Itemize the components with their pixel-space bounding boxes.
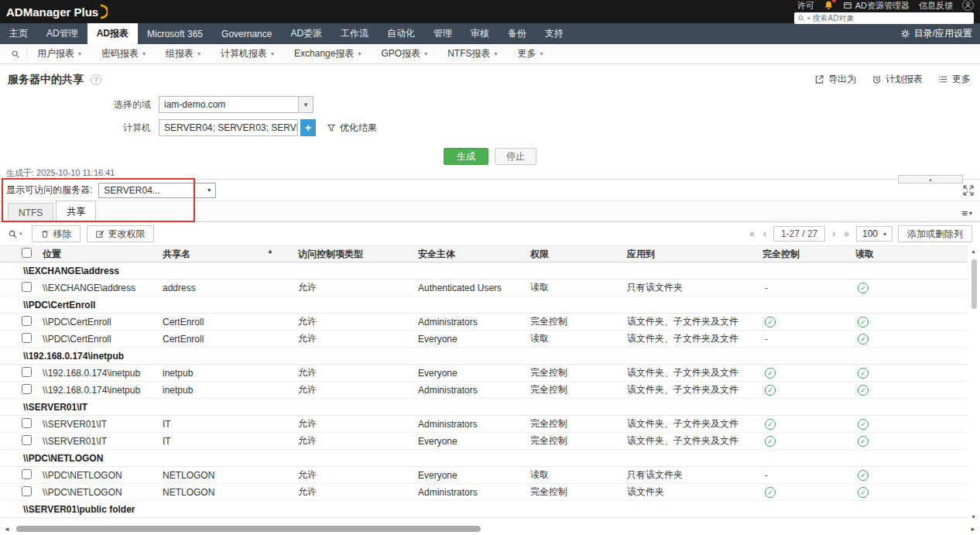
column-header-3[interactable]: 安全主体 (414, 246, 526, 262)
remove-button[interactable]: 移除 (32, 225, 81, 242)
export-button[interactable]: 导出为 (814, 73, 856, 86)
vertical-scrollbar[interactable]: ▲ ▼ (969, 245, 979, 523)
nav-tab-5[interactable]: AD委派 (281, 23, 331, 44)
page-size-select[interactable]: 100 ▾ (856, 226, 893, 242)
nav-tab-11[interactable]: 支持 (536, 23, 573, 44)
list-icon (938, 74, 948, 84)
scroll-left-icon[interactable]: ◄ (4, 526, 10, 533)
reports-menu-item-4[interactable]: Exchange报表▾ (284, 47, 371, 60)
stop-button[interactable]: 停止 (495, 148, 536, 165)
cell-read: ✓ (852, 467, 968, 484)
reports-menu-label: NTFS报表 (447, 47, 490, 60)
reports-menu-item-1[interactable]: 密码报表▾ (91, 47, 156, 60)
pagination-next-button[interactable]: › (831, 228, 837, 239)
feedback-link[interactable]: 信息反馈 (919, 1, 953, 10)
nav-tab-8[interactable]: 管理 (424, 23, 461, 44)
nav-tab-10[interactable]: 备份 (499, 23, 536, 44)
column-header-6[interactable]: 完全控制 (759, 246, 852, 262)
column-header-5[interactable]: 应用到 (623, 246, 759, 262)
horizontal-scroll-track[interactable] (13, 526, 967, 532)
computers-input[interactable]: SERVER04; SERVER03; SERVE... (159, 119, 298, 136)
view-options-button[interactable]: ≡ ▾ (961, 209, 972, 218)
nav-tab-9[interactable]: 审核 (461, 23, 499, 44)
row-checkbox[interactable] (22, 316, 32, 326)
table-search-button[interactable]: ▾ (8, 229, 26, 239)
row-checkbox[interactable] (22, 333, 32, 343)
view-tab-1[interactable]: 共享 (56, 201, 96, 222)
nav-tab-6[interactable]: 工作流 (331, 23, 378, 44)
reports-menu-item-0[interactable]: 用户报表▾ (27, 47, 91, 60)
granted-check-icon: ✓ (858, 334, 869, 345)
reports-menu-item-6[interactable]: NTFS报表▾ (437, 47, 507, 60)
fullscreen-toggle-button[interactable] (963, 185, 974, 196)
license-link[interactable]: 许可 (797, 1, 814, 10)
panel-collapse-handle[interactable]: ······ ▲ ······ (898, 175, 963, 183)
cell-location: \\EXCHANGE\address (39, 280, 159, 297)
select-all-checkbox[interactable] (22, 248, 32, 258)
column-label: 位置 (43, 249, 61, 259)
ad-explorer-link[interactable]: AD资源管理器 (843, 1, 910, 10)
app-logo[interactable]: ADManager Plus (6, 4, 108, 19)
user-avatar[interactable] (962, 0, 974, 11)
cell-read: ✓ (852, 314, 968, 331)
column-header-0[interactable]: 位置 (39, 246, 159, 262)
reports-search-button[interactable] (5, 48, 27, 60)
more-actions-button[interactable]: 更多 (938, 73, 971, 86)
pagination-first-button[interactable]: « (748, 228, 756, 239)
domain-select[interactable]: iam-demo.com ▾ (159, 96, 314, 113)
row-checkbox[interactable] (22, 486, 32, 496)
nav-tab-2[interactable]: AD报表 (87, 23, 138, 44)
row-checkbox[interactable] (22, 367, 32, 377)
chevron-down-icon: ▾ (271, 50, 274, 57)
refine-results-button[interactable]: 优化结果 (327, 122, 377, 135)
scroll-down-icon[interactable]: ▼ (971, 514, 976, 520)
server-select[interactable]: SERVER04... ▾ (98, 183, 216, 198)
reports-menu-item-3[interactable]: 计算机报表▾ (211, 47, 284, 60)
nav-tab-4[interactable]: Governance (212, 23, 281, 44)
column-header-7[interactable]: 读取 (852, 246, 968, 262)
granted-check-icon: ✓ (858, 283, 869, 293)
row-checkbox[interactable] (22, 282, 32, 292)
row-checkbox[interactable] (22, 418, 32, 428)
column-header-1[interactable]: 共享名▲ (159, 246, 294, 262)
chevron-down-icon: ▾ (424, 50, 427, 57)
group-row: \\192.168.0.174\inetpub (0, 348, 968, 365)
view-tab-0[interactable]: NTFS (8, 203, 53, 221)
scroll-up-icon[interactable]: ▲ (971, 249, 976, 254)
column-header-4[interactable]: 权限 (526, 246, 623, 262)
nav-tab-0[interactable]: 主页 (0, 23, 37, 44)
horizontal-scrollbar[interactable]: ◄ ► (0, 523, 980, 535)
reports-menu-item-2[interactable]: 组报表▾ (156, 47, 211, 60)
global-search-input[interactable] (813, 14, 971, 22)
settings-button[interactable]: 目录/应用设置 (900, 23, 980, 44)
add-computer-button[interactable]: + (300, 119, 316, 136)
row-checkbox[interactable] (22, 384, 32, 394)
change-permissions-button[interactable]: 更改权限 (87, 225, 154, 242)
chevron-down-icon[interactable]: ▾ (298, 97, 313, 112)
reports-nav: 用户报表▾密码报表▾组报表▾计算机报表▾Exchange报表▾GPO报表▾NTF… (0, 44, 980, 64)
vertical-scroll-thumb[interactable] (971, 259, 977, 309)
pagination-last-button[interactable]: » (842, 228, 851, 239)
generate-button[interactable]: 生成 (444, 148, 488, 165)
add-remove-columns-button[interactable]: 添加或删除列 (898, 225, 972, 242)
notifications-button[interactable] (824, 0, 834, 10)
reports-menu-item-5[interactable]: GPO报表▾ (371, 47, 437, 60)
pagination-prev-button[interactable]: ‹ (762, 228, 768, 239)
scroll-right-icon[interactable]: ► (970, 526, 976, 533)
topbar: ADManager Plus 许可 AD资源管理器 信息反馈 ▾ (0, 0, 980, 23)
reports-menu-item-7[interactable]: 更多▾ (508, 47, 553, 60)
horizontal-scroll-thumb[interactable] (16, 526, 481, 532)
global-search[interactable]: ▾ (794, 12, 974, 24)
granted-check-icon: ✓ (858, 436, 869, 447)
nav-tab-1[interactable]: AD管理 (37, 23, 87, 44)
column-header-2[interactable]: 访问控制项类型 (294, 246, 414, 262)
nav-tab-7[interactable]: 自动化 (378, 23, 424, 44)
search-scope-caret-icon[interactable]: ▾ (807, 15, 810, 22)
cell-permission: 完全控制 (526, 382, 623, 399)
schedule-reports-button[interactable]: 计划报表 (872, 73, 923, 86)
help-icon[interactable]: ? (91, 74, 101, 85)
cell-principal: Everyone (414, 433, 526, 450)
row-checkbox[interactable] (22, 435, 32, 445)
nav-tab-3[interactable]: Microsoft 365 (138, 23, 212, 44)
row-checkbox[interactable] (22, 469, 32, 479)
